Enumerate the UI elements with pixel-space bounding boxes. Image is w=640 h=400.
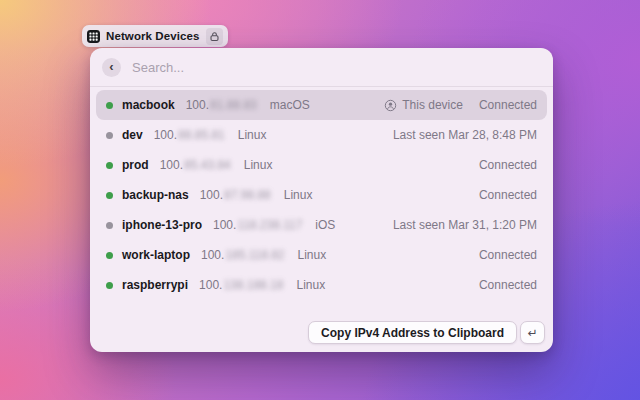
device-ip: 100.85.43.84	[160, 158, 231, 172]
device-ip-masked: 85.43.84	[184, 158, 231, 172]
row-accessories: Connected	[479, 188, 537, 202]
device-row[interactable]: work-laptop 100.185.118.82 Linux Connect…	[96, 240, 547, 270]
device-name: dev	[122, 128, 143, 142]
device-os: Linux	[244, 158, 273, 172]
device-status: Connected	[479, 98, 537, 112]
device-status: Connected	[479, 158, 537, 172]
status-dot	[106, 132, 113, 139]
device-ip-masked: 185.118.82	[225, 248, 284, 262]
status-dot	[106, 222, 113, 229]
copy-ipv4-button[interactable]: Copy IPv4 Address to Clipboard	[308, 321, 517, 344]
device-ip-masked: 81.88.83	[210, 98, 257, 112]
device-status: Last seen Mar 31, 1:20 PM	[393, 218, 537, 232]
device-ip-prefix: 100.	[200, 188, 223, 202]
device-ip-masked: 138.188.18	[223, 278, 283, 292]
device-os: Linux	[296, 278, 325, 292]
footer-action-group: Copy IPv4 Address to Clipboard ↵	[308, 321, 545, 344]
device-name: raspberrypi	[122, 278, 188, 292]
device-os: macOS	[270, 98, 310, 112]
device-os: Linux	[284, 188, 313, 202]
device-os: Linux	[298, 248, 327, 262]
device-name: macbook	[122, 98, 175, 112]
device-name: backup-nas	[122, 188, 189, 202]
device-ip-prefix: 100.	[160, 158, 183, 172]
device-ip-prefix: 100.	[154, 128, 177, 142]
row-accessories: This device Connected	[384, 98, 537, 112]
device-status: Connected	[479, 278, 537, 292]
device-ip-prefix: 100.	[199, 278, 222, 292]
person-circle-icon	[384, 99, 397, 112]
row-accessories: Last seen Mar 31, 1:20 PM	[393, 218, 537, 232]
device-row[interactable]: iphone-13-pro 100.118.238.117 iOS Last s…	[96, 210, 547, 240]
accessory-label: This device	[402, 98, 463, 112]
device-ip-masked: 88.85.81	[178, 128, 225, 142]
device-row[interactable]: macbook 100.81.88.83 macOS This device C…	[96, 90, 547, 120]
status-dot	[106, 282, 113, 289]
device-status: Connected	[479, 248, 537, 262]
row-accessories: Connected	[479, 248, 537, 262]
launcher-window: ‹ Search... macbook 100.81.88.83 macOS T…	[90, 48, 553, 352]
command-pill[interactable]: Network Devices	[82, 25, 228, 47]
device-ip: 100.87.98.88	[200, 188, 271, 202]
lock-keycap	[206, 28, 223, 45]
this-device-accessory: This device	[384, 98, 463, 112]
device-row[interactable]: dev 100.88.85.81 Linux Last seen Mar 28,…	[96, 120, 547, 150]
status-dot	[106, 252, 113, 259]
device-name: prod	[122, 158, 149, 172]
device-os: iOS	[315, 218, 335, 232]
device-ip: 100.138.188.18	[199, 278, 283, 292]
device-list: macbook 100.81.88.83 macOS This device C…	[90, 87, 553, 300]
device-ip: 100.88.85.81	[154, 128, 225, 142]
row-accessories: Connected	[479, 278, 537, 292]
device-os: Linux	[238, 128, 267, 142]
device-name: iphone-13-pro	[122, 218, 202, 232]
device-row[interactable]: backup-nas 100.87.98.88 Linux Connected	[96, 180, 547, 210]
back-chevron-icon: ‹	[109, 58, 113, 75]
device-ip: 100.81.88.83	[186, 98, 257, 112]
device-ip-prefix: 100.	[186, 98, 209, 112]
device-status: Last seen Mar 28, 8:48 PM	[393, 128, 537, 142]
device-name: work-laptop	[122, 248, 190, 262]
device-ip-prefix: 100.	[201, 248, 224, 262]
row-accessories: Connected	[479, 158, 537, 172]
lock-icon	[209, 31, 220, 42]
status-dot	[106, 192, 113, 199]
device-ip: 100.118.238.117	[213, 218, 302, 232]
device-ip: 100.185.118.82	[201, 248, 285, 262]
device-ip-masked: 118.238.117	[237, 218, 302, 232]
device-ip-masked: 87.98.88	[224, 188, 271, 202]
back-button[interactable]: ‹	[102, 58, 121, 77]
device-status: Connected	[479, 188, 537, 202]
status-dot	[106, 162, 113, 169]
enter-key-icon[interactable]: ↵	[520, 321, 545, 344]
device-row[interactable]: raspberrypi 100.138.188.18 Linux Connect…	[96, 270, 547, 300]
search-bar: ‹ Search...	[90, 48, 553, 87]
device-row[interactable]: prod 100.85.43.84 Linux Connected	[96, 150, 547, 180]
pill-title: Network Devices	[106, 30, 200, 42]
row-accessories: Last seen Mar 28, 8:48 PM	[393, 128, 537, 142]
status-dot	[106, 102, 113, 109]
grid-app-icon	[87, 30, 100, 43]
search-input[interactable]: Search...	[132, 60, 184, 75]
device-ip-prefix: 100.	[213, 218, 236, 232]
